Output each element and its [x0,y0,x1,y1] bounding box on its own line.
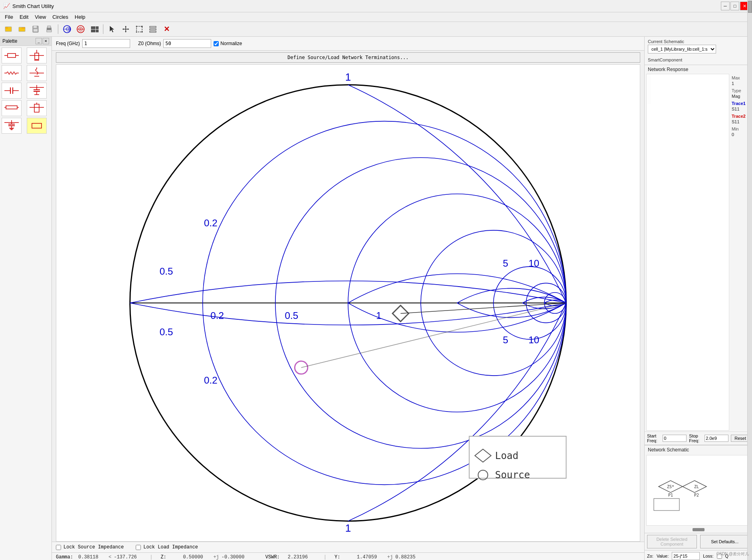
svg-text:1: 1 [376,310,382,321]
menu-view[interactable]: View [32,13,49,21]
main-layout: Palette _ ✕ [0,37,752,560]
svg-point-28 [142,32,143,33]
normalize-checkbox[interactable] [214,41,219,46]
svg-rect-34 [8,53,16,57]
center-content: Freq (GHz) Z0 (Ohms) Normalize Define So… [52,37,644,560]
region-select-btn[interactable] [133,23,145,35]
svg-text:1: 1 [345,71,351,83]
palette-close-btn[interactable]: ✕ [43,38,49,44]
polar-btn[interactable] [75,23,87,35]
palette-box[interactable] [27,118,47,134]
scrollbar-thumb[interactable] [748,1,752,13]
new-folder-btn[interactable] [2,23,14,35]
palette-minimize-btn[interactable]: _ [36,38,42,44]
palette-tl-shunt[interactable] [27,100,47,116]
lock-source-label[interactable]: Lock Source Impedance [56,544,124,550]
svg-rect-69 [32,123,42,128]
palette-series-r[interactable] [2,47,22,63]
svg-rect-8 [47,26,51,28]
action-bar: Delete Selected Component Set Defaults..… [645,533,752,550]
menu-circles[interactable]: Circles [49,13,71,21]
svg-text:P2: P2 [694,493,699,497]
z-j-value: -0.30000 [222,554,249,560]
align-btn[interactable] [147,23,159,35]
delete-selected-btn[interactable]: Delete Selected Component [647,535,697,548]
svg-rect-25 [137,26,142,32]
grid-btn[interactable]: BRO X BG DB [88,23,100,35]
start-freq-input[interactable] [663,435,687,442]
menu-help[interactable]: Help [71,13,89,21]
menu-file[interactable]: File [2,13,16,21]
lock-source-checkbox[interactable] [56,545,61,550]
svg-text:0.2: 0.2 [204,218,218,228]
start-freq-label: Start Freq: [647,433,660,443]
freq-label: Freq (GHz) [56,41,80,46]
lock-load-checkbox[interactable] [136,545,141,550]
vswr-value: 2.23196 [288,554,316,560]
normalize-check[interactable]: Normalize [214,41,242,46]
svg-text:ZL: ZL [694,485,699,489]
scroll-handle[interactable] [693,528,705,531]
palette-panel: Palette _ ✕ [0,37,52,560]
svg-text:10: 10 [528,258,539,269]
gamma-angle-value: -137.726 [114,554,142,560]
z0-input[interactable] [163,39,211,48]
palette-shunt-l[interactable] [27,65,47,81]
smith-chart-btn[interactable] [61,23,73,35]
svg-text:0.5: 0.5 [285,310,298,321]
app-icon: 📈 [3,3,10,9]
palette-series-c[interactable] [2,83,22,99]
delete-toolbar-btn[interactable]: ✕ [160,23,172,35]
palette-cap-gnd[interactable] [2,118,22,134]
svg-text:5: 5 [503,258,509,269]
zo-label: Zo: [647,554,653,558]
print-btn[interactable] [43,23,55,35]
network-schematic-title: Network Schematic [645,445,752,454]
svg-marker-21 [125,26,127,27]
network-chart [646,74,729,431]
network-response-section: Network Response [645,65,752,445]
right-scrollbar[interactable] [747,0,752,560]
schematic-select[interactable]: cell_1 [MyLibrary_lib:cell_1:s [648,45,716,53]
vswr-label: VSWR: [265,554,285,560]
svg-text:5: 5 [503,334,509,345]
stop-freq-input[interactable] [705,435,728,442]
palette-shunt-r[interactable] [27,47,47,63]
palette-shunt-c[interactable] [27,83,47,99]
stop-freq-label: Stop Freq: [689,433,702,443]
value-label: Value: [657,554,669,558]
palette-series-l[interactable] [2,65,22,81]
select-btn[interactable] [106,23,118,35]
freq-bar: Freq (GHz) Z0 (Ohms) Normalize [52,37,644,51]
menu-edit[interactable]: Edit [16,13,32,21]
set-defaults-btn[interactable]: Set Defaults... [700,535,750,548]
maximize-btn[interactable]: □ [730,2,739,10]
z-label: Z: [160,554,180,560]
palette-tl[interactable] [2,100,22,116]
zo-value-input[interactable] [672,552,700,560]
right-panel: Current Schematic cell_1 [MyLibrary_lib:… [644,37,752,560]
lock-load-label[interactable]: Lock Load Impedance [136,544,198,550]
smith-chart-area[interactable]: 1 0.5 0.2 0.2 0.5 1 5 10 5 10 1 0.2 0.5 [56,64,640,542]
lock-source-text: Lock Source Impedance [63,544,124,550]
lock-load-text: Lock Load Impedance [143,544,198,550]
watermark: CSDN @差分对儿 [716,551,749,557]
y-j-value: 0.88235 [395,554,423,560]
y-value: 1.47059 [357,554,385,560]
svg-rect-1 [5,28,8,28]
network-response-title: Network Response [645,65,752,74]
save-btn[interactable] [30,23,42,35]
open-btn[interactable] [16,23,28,35]
loss-label: Loss: [703,554,713,558]
move-btn[interactable] [120,23,132,35]
svg-point-29 [136,32,137,33]
define-terminations-btn[interactable]: Define Source/Load Network Terminations.… [56,52,640,63]
freq-input[interactable] [82,39,130,48]
svg-text:P1: P1 [668,493,673,497]
reset-btn[interactable]: Reset [731,435,750,442]
minimize-btn[interactable]: ─ [721,2,730,10]
svg-rect-109 [654,499,679,511]
svg-rect-58 [34,104,39,112]
schematic-canvas: ZS* P1 ZL P2 [646,455,750,526]
y-plus-j: +j [387,554,393,560]
